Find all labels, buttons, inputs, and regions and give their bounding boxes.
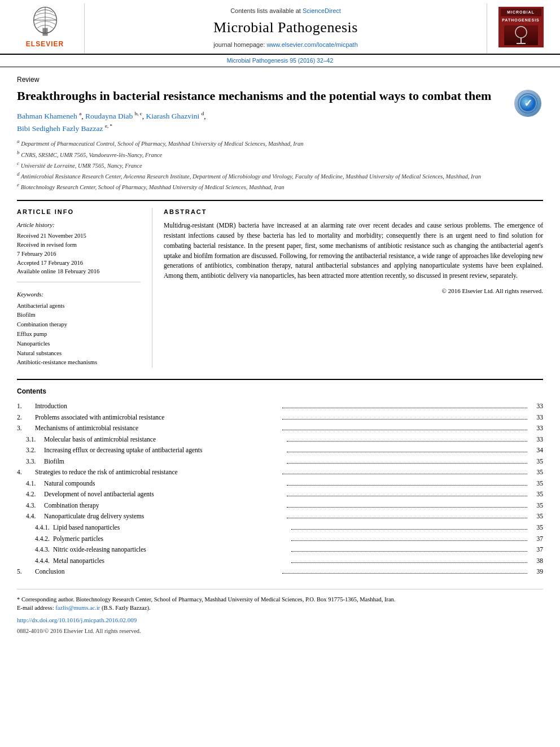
main-content: Review Breakthroughs in bacterial resist… xyxy=(0,67,560,646)
toc-title-1: Introduction xyxy=(35,401,280,412)
toc-item-3: 3. Mechanisms of antimicrobial resistanc… xyxy=(17,423,543,434)
keyword-1: Antibacterial agents xyxy=(17,302,141,311)
toc-item-1: 1. Introduction 33 xyxy=(17,401,543,412)
toc-dots-4-1 xyxy=(287,485,527,486)
footer-section: * Corresponding author. Biotechnology Re… xyxy=(17,589,543,636)
affiliation-d: d Antimicrobial Resistance Research Cent… xyxy=(17,171,543,181)
toc-item-4-4: 4.4. Nanoparticulate drug delivery syste… xyxy=(17,511,543,522)
toc-dots-1 xyxy=(282,408,527,408)
toc-title-4-4-3: Nitric oxide-releasing nanoparticles xyxy=(53,544,289,556)
paper-title: Breakthroughs in bacterial resistance me… xyxy=(17,88,543,104)
microscope-icon xyxy=(510,25,532,45)
history-online: Available online 18 February 2016 xyxy=(17,267,141,276)
toc-item-2: 2. Problems associated with antimicrobia… xyxy=(17,412,543,423)
toc-dots-4-4-4 xyxy=(291,562,527,563)
abstract-copyright: © 2016 Elsevier Ltd. All rights reserved… xyxy=(164,287,543,295)
toc-title-4-4: Nanoparticulate drug delivery systems xyxy=(44,511,285,522)
toc-item-4-4-2: 4.4.2. Polymeric particles 37 xyxy=(17,534,543,545)
contents-section: Contents 1. Introduction 33 2. Problems … xyxy=(17,379,543,578)
svg-point-5 xyxy=(515,27,527,38)
article-info-heading: ARTICLE INFO xyxy=(17,208,141,216)
toc-title-3-1: Molecular basis of antimicrobial resista… xyxy=(44,434,285,445)
author-2[interactable]: Roudayna Diab xyxy=(85,112,133,120)
toc-dots-4-4 xyxy=(287,518,527,518)
toc-page-4-4: 35 xyxy=(530,511,543,522)
email-label: E-mail address: xyxy=(17,605,54,611)
keywords-label: Keywords: xyxy=(17,290,141,299)
toc-item-4-4-4: 4.4.4. Metal nanoparticles 38 xyxy=(17,556,543,567)
toc-item-4-1: 4.1. Natural compounds 35 xyxy=(17,478,543,490)
toc-dots-4-3 xyxy=(287,507,527,508)
toc-title-4: Strategies to reduce the risk of antimic… xyxy=(35,467,280,478)
affiliations: a Department of Pharmaceutical Control, … xyxy=(17,138,543,191)
elsevier-wordmark: ELSEVIER xyxy=(26,40,64,49)
author-email-link[interactable]: fazlis@mums.ac.ir xyxy=(55,605,100,611)
toc-item-4: 4. Strategies to reduce the risk of anti… xyxy=(17,467,543,478)
email-note: (B.S. Fazly Bazzaz). xyxy=(102,605,151,611)
toc-num-4-4-2: 4.4.2. xyxy=(17,534,53,545)
toc-title-4-1: Natural compounds xyxy=(44,478,285,490)
toc-num-2: 2. xyxy=(17,412,35,423)
toc-page-2: 33 xyxy=(530,412,543,423)
science-direct-link[interactable]: ScienceDirect xyxy=(303,7,341,14)
toc-page-4-4-2: 37 xyxy=(530,534,543,545)
toc-num-3-2: 3.2. xyxy=(17,445,44,456)
toc-dots-4-4-2 xyxy=(291,540,527,541)
crossmark-icon: ✓ xyxy=(514,90,541,117)
toc-num-3-3: 3.3. xyxy=(17,456,44,468)
toc-page-4-1: 35 xyxy=(530,478,543,490)
toc-title-5: Conclusion xyxy=(35,566,280,578)
keyword-7: Antibiotic-resistance mechanisms xyxy=(17,358,141,368)
toc-title-3-3: Biofilm xyxy=(44,456,285,468)
keyword-3: Combination therapy xyxy=(17,320,141,330)
toc-num-1: 1. xyxy=(17,401,35,412)
toc-num-4-4: 4.4. xyxy=(17,511,44,522)
toc-num-4-4-4: 4.4.4. xyxy=(17,556,53,567)
toc-page-4-4-4: 38 xyxy=(530,556,543,567)
authors: Bahman Khameneh a, Roudayna Diab b, c, K… xyxy=(17,110,543,134)
article-info-column: ARTICLE INFO Article history: Received 2… xyxy=(17,208,152,368)
journal-logo-image: MICROBIAL PATHOGENESIS xyxy=(498,7,544,47)
toc-dots-5 xyxy=(282,573,527,574)
crossmark-badge[interactable]: ✓ xyxy=(512,88,543,119)
toc-num-4-3: 4.3. xyxy=(17,500,44,512)
author-1[interactable]: Bahman Khameneh xyxy=(17,112,77,120)
abstract-column: ABSTRACT Multidrug-resistant (MDR) bacte… xyxy=(152,208,543,368)
contents-heading: Contents xyxy=(17,387,543,396)
journal-homepage-link[interactable]: www.elsevier.com/locate/micpath xyxy=(266,41,357,48)
toc-item-4-4-3: 4.4.3. Nitric oxide-releasing nanopartic… xyxy=(17,544,543,556)
abstract-heading: ABSTRACT xyxy=(164,208,543,216)
doi-link[interactable]: http://dx.doi.org/10.1016/j.micpath.2016… xyxy=(17,616,543,624)
history-revised-date: 7 February 2016 xyxy=(17,250,141,259)
toc-page-4-2: 35 xyxy=(530,489,543,500)
toc-num-3-1: 3.1. xyxy=(17,434,44,445)
toc-num-4-1: 4.1. xyxy=(17,478,44,490)
toc-num-4-4-3: 4.4.3. xyxy=(17,544,53,556)
toc-title-3-2: Increasing efflux or decreasing uptake o… xyxy=(44,445,285,456)
info-divider xyxy=(17,282,141,282)
toc-title-4-4-4: Metal nanoparticles xyxy=(53,556,289,567)
journal-logo-top: MICROBIAL xyxy=(501,8,541,16)
keyword-6: Natural substances xyxy=(17,349,141,359)
article-type-label: Review xyxy=(17,75,543,85)
toc-item-4-2: 4.2. Development of novel antibacterial … xyxy=(17,489,543,500)
toc-dots-4-4-1 xyxy=(291,529,527,530)
crossmark-svg: ✓ xyxy=(518,93,538,113)
toc-page-4: 35 xyxy=(530,467,543,478)
author-4[interactable]: Bibi Sedigheh Fazly Bazzaz xyxy=(17,124,103,133)
toc-page-4-3: 35 xyxy=(530,500,543,512)
toc-num-4-4-1: 4.4.1. xyxy=(17,522,53,534)
toc-dots-4 xyxy=(282,474,527,474)
journal-logo-box: MICROBIAL PATHOGENESIS xyxy=(487,3,549,54)
elsevier-logo-box: ELSEVIER xyxy=(11,3,85,54)
toc-dots-3-2 xyxy=(287,452,527,452)
journal-header: ELSEVIER Contents lists available at Sci… xyxy=(0,0,560,55)
toc-title-4-2: Development of novel antibacterial agent… xyxy=(44,489,285,500)
journal-logo-bottom: PATHOGENESIS xyxy=(502,18,540,23)
keywords-section: Keywords: Antibacterial agents Biofilm C… xyxy=(17,290,141,368)
toc-page-4-4-1: 35 xyxy=(530,522,543,534)
journal-title: Microbial Pathogenesis xyxy=(213,18,358,38)
author-3[interactable]: Kiarash Ghazvini xyxy=(146,112,199,120)
elsevier-tree-icon xyxy=(25,5,65,38)
toc-title-3: Mechanisms of antimicrobial resistance xyxy=(35,423,280,434)
